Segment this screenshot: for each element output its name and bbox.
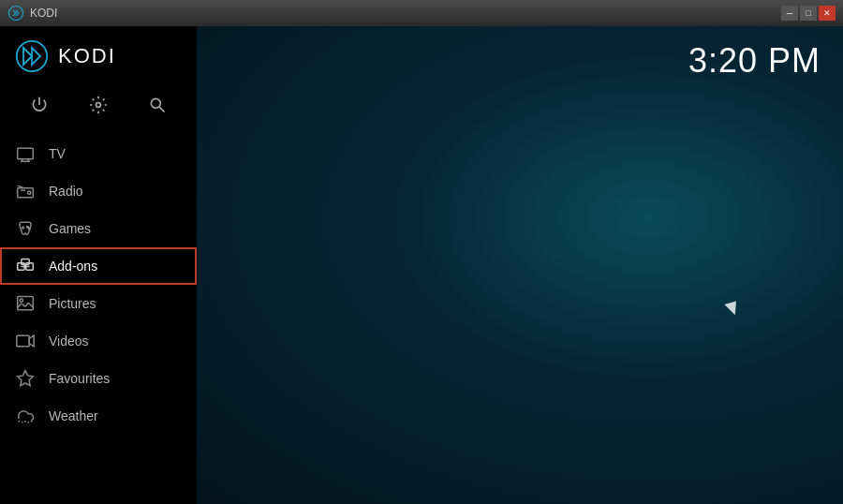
sidebar: KODI bbox=[0, 26, 197, 504]
close-button[interactable]: ✕ bbox=[819, 6, 836, 21]
settings-button[interactable] bbox=[75, 86, 122, 124]
sidebar-item-favourites-label: Favourites bbox=[49, 371, 110, 386]
gamepad-icon bbox=[15, 218, 36, 239]
videos-icon bbox=[15, 331, 36, 351]
sidebar-item-weather-label: Weather bbox=[49, 408, 98, 423]
svg-line-25 bbox=[22, 304, 25, 306]
sidebar-item-tv-label: TV bbox=[49, 146, 66, 161]
svg-rect-7 bbox=[18, 148, 34, 159]
power-button[interactable] bbox=[16, 86, 63, 124]
sidebar-item-radio[interactable]: Radio bbox=[0, 172, 197, 210]
gear-icon bbox=[89, 96, 108, 114]
svg-point-4 bbox=[96, 103, 100, 108]
power-icon bbox=[30, 96, 49, 114]
svg-line-26 bbox=[25, 303, 28, 306]
sidebar-item-videos[interactable]: Videos bbox=[0, 322, 197, 360]
svg-point-28 bbox=[20, 299, 22, 302]
sidebar-item-games[interactable]: Games bbox=[0, 210, 197, 247]
search-button[interactable] bbox=[134, 86, 181, 124]
svg-point-12 bbox=[28, 191, 31, 194]
titlebar-controls: ─ □ ✕ bbox=[781, 6, 836, 21]
sidebar-item-addons[interactable]: Add-ons bbox=[0, 247, 197, 285]
sidebar-item-tv[interactable]: TV bbox=[0, 135, 197, 172]
svg-rect-21 bbox=[22, 259, 29, 265]
titlebar-title: KODI bbox=[30, 7, 57, 20]
svg-line-6 bbox=[159, 107, 164, 111]
sidebar-actions bbox=[0, 82, 197, 135]
svg-rect-23 bbox=[18, 297, 34, 310]
radio-icon bbox=[15, 181, 36, 201]
titlebar: KODI ─ □ ✕ bbox=[0, 0, 843, 26]
star-icon bbox=[15, 368, 36, 389]
svg-point-5 bbox=[152, 98, 161, 108]
addons-icon bbox=[15, 256, 36, 276]
sidebar-item-favourites[interactable]: Favourites bbox=[0, 360, 197, 397]
svg-marker-2 bbox=[23, 48, 32, 65]
tv-icon bbox=[15, 143, 36, 164]
mouse-cursor-icon bbox=[724, 302, 739, 318]
svg-point-18 bbox=[28, 228, 30, 230]
sidebar-item-pictures[interactable]: Pictures bbox=[0, 285, 197, 322]
minimize-button[interactable]: ─ bbox=[781, 6, 798, 21]
sidebar-item-games-label: Games bbox=[49, 221, 91, 236]
clock-display: 3:20 PM bbox=[688, 41, 821, 81]
sidebar-item-weather[interactable]: Weather bbox=[0, 397, 197, 435]
svg-rect-29 bbox=[17, 335, 29, 347]
sidebar-item-pictures-label: Pictures bbox=[49, 296, 96, 311]
titlebar-left: KODI bbox=[7, 5, 57, 22]
pictures-icon bbox=[15, 293, 36, 314]
kodi-wordmark: KODI bbox=[58, 44, 116, 68]
weather-icon bbox=[15, 406, 36, 426]
sidebar-item-radio-label: Radio bbox=[49, 184, 83, 199]
svg-marker-3 bbox=[32, 48, 40, 65]
main-layout: KODI bbox=[0, 26, 843, 504]
sidebar-item-videos-label: Videos bbox=[49, 334, 89, 348]
svg-marker-30 bbox=[29, 335, 34, 347]
kodi-logo-small-icon bbox=[7, 5, 24, 22]
sidebar-nav: TV Radio bbox=[0, 135, 197, 504]
svg-marker-31 bbox=[18, 371, 34, 386]
kodi-logo-icon bbox=[15, 39, 49, 73]
maximize-button[interactable]: □ bbox=[800, 6, 817, 21]
sidebar-item-addons-label: Add-ons bbox=[49, 259, 97, 274]
search-icon bbox=[148, 96, 167, 114]
content-area: 3:20 PM bbox=[197, 26, 843, 504]
sidebar-header: KODI bbox=[0, 26, 197, 82]
